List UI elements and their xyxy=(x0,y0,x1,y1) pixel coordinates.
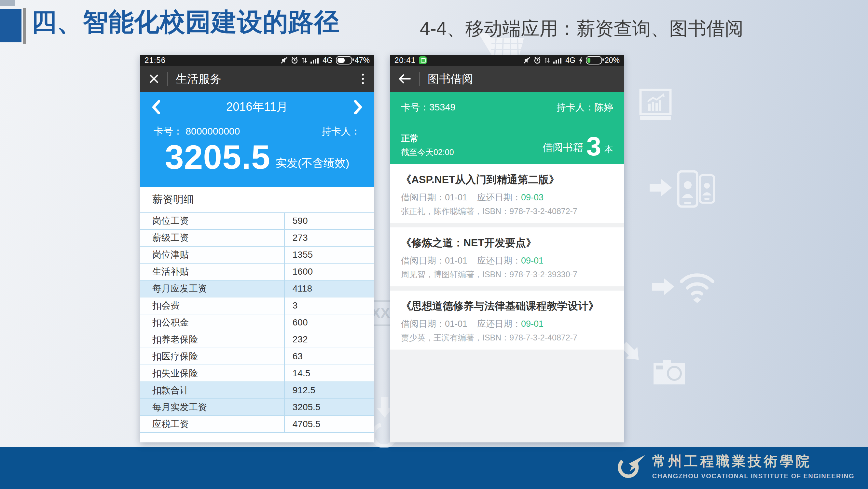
salary-row-label: 应税工资 xyxy=(140,416,284,432)
battery-percent: 20% xyxy=(605,56,620,65)
card-number: 卡号： 8000000000 xyxy=(154,125,240,138)
salary-app-screenshot: 21:56 4G 47% 生活服务 2016年11月 xyxy=(140,55,374,442)
title-accent-bar xyxy=(23,8,26,44)
app-title: 生活服务 xyxy=(176,71,221,87)
salary-row-value: 232 xyxy=(284,331,374,348)
borrow-count-block: 借阅书籍 3 本 xyxy=(542,135,613,158)
salary-row-label: 薪级工资 xyxy=(140,230,284,246)
salary-row: 扣公积金 600 xyxy=(140,314,374,331)
salary-detail-heading: 薪资明细 xyxy=(140,187,374,213)
arrow-right-icon xyxy=(650,178,672,197)
previous-month-button[interactable] xyxy=(152,100,160,114)
signal-icon xyxy=(553,56,562,64)
due-date-label: 应还日期： xyxy=(477,193,521,202)
clock-time: 20:41 xyxy=(395,56,415,65)
signal-icon xyxy=(310,56,319,64)
network-label: 4G xyxy=(322,56,333,65)
nav-divider xyxy=(419,72,420,86)
book-item[interactable]: 《ASP.NET从入门到精通第二版》 借阅日期：01-01应还日期：09-03 … xyxy=(390,164,624,227)
borrow-date: 借阅日期：01-01 xyxy=(401,193,467,202)
salary-row-label: 扣养老保险 xyxy=(140,331,284,348)
close-icon[interactable] xyxy=(148,73,159,84)
book-dates: 借阅日期：01-01应还日期：09-01 xyxy=(401,318,613,330)
salary-row-label: 扣款合计 xyxy=(140,382,284,398)
salary-row-label: 扣失业保险 xyxy=(140,365,284,381)
mute-icon xyxy=(280,56,288,64)
borrow-date: 借阅日期：01-01 xyxy=(401,319,467,329)
salary-row: 每月实发工资 3205.5 xyxy=(140,399,374,416)
next-month-button[interactable] xyxy=(354,100,363,114)
clock-time: 21:56 xyxy=(145,56,166,65)
salary-row-value: 3 xyxy=(284,297,374,314)
salary-row: 岗位津贴 1355 xyxy=(140,247,374,264)
due-date: 09-01 xyxy=(521,319,544,329)
status-bar: 20:41 4G 20% xyxy=(390,55,624,66)
school-name-cn: 常州工程職業技術學院 xyxy=(652,452,854,470)
library-app-screenshot: 20:41 4G 20% 图书借阅 卡号：35349 持卡人：陈婷 xyxy=(390,55,624,442)
presentation-slide: 四、智能化校园建设的路径 4-4、移动端应用：薪资查询、图书借阅 xyxy=(0,0,868,489)
app-navbar: 生活服务 xyxy=(140,66,374,92)
book-dates: 借阅日期：01-01应还日期：09-01 xyxy=(401,255,613,266)
book-item[interactable]: 《修炼之道：NET开发要点》 借阅日期：01-01应还日期：09-01 周见智，… xyxy=(390,227,624,291)
mobile-devices-icon xyxy=(676,169,715,208)
salary-row-label: 岗位工资 xyxy=(140,213,284,229)
overflow-menu-icon[interactable] xyxy=(360,72,366,86)
book-item[interactable]: 《思想道德修养与法律基础课程教学设计》 借阅日期：01-01应还日期：09-01… xyxy=(390,291,624,350)
month-label: 2016年11月 xyxy=(160,99,354,115)
card-status-block: 正常 截至今天02:00 xyxy=(401,133,454,158)
card-status: 正常 xyxy=(401,133,454,144)
book-authors-isbn: 周见智，博图轩编著，ISBN：978-7-3-2-39330-7 xyxy=(401,269,613,280)
borrowed-books-list: 《ASP.NET从入门到精通第二版》 借阅日期：01-01应还日期：09-03 … xyxy=(390,164,624,350)
salary-row-label: 扣医疗保险 xyxy=(140,348,284,365)
salary-row-value: 1355 xyxy=(284,247,374,263)
book-dates: 借阅日期：01-01应还日期：09-03 xyxy=(401,192,613,203)
battery-icon xyxy=(336,56,352,64)
net-salary-note: 实发(不含绩效) xyxy=(276,156,349,174)
alarm-icon xyxy=(533,56,541,64)
due-date-label: 应还日期： xyxy=(477,256,521,265)
salary-row-label: 岗位津贴 xyxy=(140,247,284,263)
salary-summary-card: 2016年11月 卡号： 8000000000 持卡人： 3205.5 实发(不… xyxy=(140,92,374,187)
library-card-holder: 持卡人：陈婷 xyxy=(557,101,613,114)
card-deadline: 截至今天02:00 xyxy=(401,147,454,158)
borrow-date: 借阅日期：01-01 xyxy=(401,256,467,265)
salary-row: 生活补贴 1600 xyxy=(140,264,374,281)
sync-arrows-icon xyxy=(544,56,550,64)
book-title: 《思想道德修养与法律基础课程教学设计》 xyxy=(401,299,613,313)
book-authors-isbn: 贾少英，王滨有编著，ISBN：978-7-3-2-40872-7 xyxy=(401,332,613,343)
salary-row: 岗位工资 590 xyxy=(140,213,374,230)
salary-row: 应税工资 4705.5 xyxy=(140,416,374,433)
book-authors-isbn: 张正礼，陈作聪编著，ISBN：978-7-3-2-40872-7 xyxy=(401,206,613,217)
salary-row-label: 生活补贴 xyxy=(140,264,284,280)
salary-row-value: 3205.5 xyxy=(284,399,374,415)
slide-subtitle: 4-4、移动端应用：薪资查询、图书借阅 xyxy=(420,16,743,41)
borrow-count-unit: 本 xyxy=(604,143,613,158)
due-date-label: 应还日期： xyxy=(477,319,521,329)
due-date: 09-03 xyxy=(521,193,544,202)
app-navbar: 图书借阅 xyxy=(390,66,624,92)
card-holder-label: 持卡人： xyxy=(321,125,361,138)
school-logo: 常州工程職業技術學院 CHANGZHOU VOCATIONAL INSTITUT… xyxy=(615,452,854,480)
salary-row-value: 273 xyxy=(284,230,374,246)
salary-row: 扣养老保险 232 xyxy=(140,331,374,348)
camera-icon xyxy=(652,358,686,386)
salary-row-value: 600 xyxy=(284,314,374,331)
salary-row-label: 每月应发工资 xyxy=(140,281,284,297)
salary-row-value: 912.5 xyxy=(284,382,374,398)
back-icon[interactable] xyxy=(398,73,411,84)
mute-icon xyxy=(523,56,531,64)
salary-row-label: 每月实发工资 xyxy=(140,399,284,415)
nav-divider xyxy=(167,72,168,86)
battery-percent: 47% xyxy=(355,56,370,65)
sync-arrows-icon xyxy=(301,56,308,64)
salary-row-value: 4118 xyxy=(284,281,374,297)
shopping-cart-icon xyxy=(476,30,528,57)
title-accent-square xyxy=(0,9,22,42)
salary-row: 扣医疗保险 63 xyxy=(140,348,374,365)
arrow-right-icon xyxy=(652,278,674,296)
monitor-chart-icon xyxy=(639,89,672,120)
salary-row-value: 14.5 xyxy=(284,365,374,381)
borrow-count-label: 借阅书籍 xyxy=(542,141,583,158)
salary-row-value: 63 xyxy=(284,348,374,365)
network-label: 4G xyxy=(565,56,576,65)
